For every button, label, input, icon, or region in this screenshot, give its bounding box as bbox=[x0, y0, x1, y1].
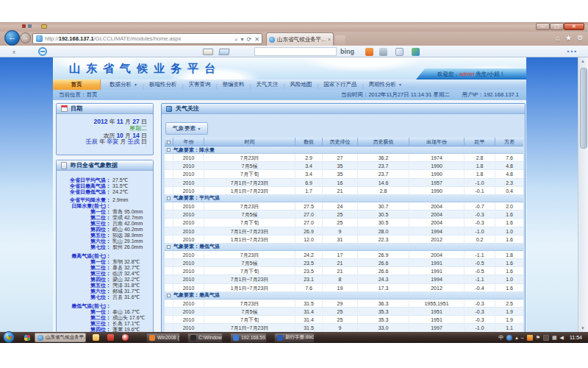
mail-icon[interactable] bbox=[203, 49, 213, 55]
taskbar-button-2[interactable]: 192.168.59.99... bbox=[230, 333, 267, 342]
toolbar-blocked-icon[interactable] bbox=[38, 47, 47, 56]
tab-close-icon[interactable]: × bbox=[328, 37, 331, 42]
send-mail-icon[interactable] bbox=[218, 49, 229, 55]
table-row[interactable]: 20107月1日~7月23日23.1824.31994-1.11.0 bbox=[165, 275, 523, 283]
table-row[interactable]: 20107月23日24.21726.92004-1.11.8 bbox=[165, 251, 523, 259]
taskbar-button-3[interactable]: 新行手册.docx ... bbox=[274, 333, 315, 342]
table-group-header[interactable]: 气象要素：最低气温 bbox=[165, 244, 523, 251]
start-button[interactable] bbox=[3, 331, 15, 343]
refresh-icon[interactable]: ⟳ bbox=[247, 36, 252, 43]
select-all-checkbox[interactable] bbox=[167, 141, 171, 144]
toolbar-addon-icon[interactable] bbox=[365, 48, 373, 56]
group-checkbox[interactable] bbox=[167, 148, 171, 152]
table-group-header[interactable]: 气象要素：降水量 bbox=[165, 146, 523, 154]
table-group-header[interactable]: 气象要素：最高气温 bbox=[165, 292, 523, 300]
nav-item-5[interactable]: 天气关注| bbox=[250, 81, 284, 88]
home-icon[interactable]: ⌂ bbox=[556, 34, 560, 42]
browser-titlebar[interactable]: — ▢ ✕ bbox=[0, 22, 588, 32]
nav-item-0[interactable]: 首页 bbox=[53, 79, 101, 90]
nav-item-3[interactable]: 灾害查询| bbox=[182, 81, 216, 88]
table-row[interactable]: 20107月23日31.52936.31955,1951-0.32.5 bbox=[165, 300, 523, 308]
column-header-4[interactable]: 历史排位 bbox=[323, 138, 358, 146]
taskbar-ie-button[interactable]: 山东省气候业务平... bbox=[35, 333, 86, 342]
table-row[interactable]: 20107月下旬27.02530.52004-0.31.6 bbox=[165, 219, 523, 227]
column-header-8[interactable]: 方差 bbox=[495, 138, 523, 146]
tools-gear-icon[interactable]: ⚙ bbox=[577, 34, 584, 42]
autocomplete-dropdown-icon[interactable]: ▾ bbox=[241, 36, 244, 43]
table-row[interactable]: 20107月5候23.52126.61991-0.51.6 bbox=[165, 259, 523, 267]
table-row[interactable]: 20101月1日~7月23日12.03122.320120.21.6 bbox=[165, 236, 523, 244]
taskbar-clock[interactable]: 11:54 bbox=[570, 335, 582, 340]
toolbar-close-icon[interactable]: x bbox=[12, 49, 15, 55]
tray-up-arrow-icon[interactable]: ▴ bbox=[515, 334, 518, 341]
element-filter-button[interactable]: 气象要素▼ bbox=[165, 122, 208, 135]
maximize-button[interactable]: ▢ bbox=[550, 23, 564, 30]
column-header-2[interactable]: 时间 bbox=[204, 138, 295, 146]
url-text[interactable]: http://192.168.137.1/GLCCLIMATE/modules/… bbox=[45, 35, 262, 42]
table-row[interactable]: 20107月23日2.92736.219742.87.6 bbox=[165, 154, 523, 162]
new-tab-button[interactable] bbox=[335, 35, 345, 46]
nav-item-2[interactable]: 极端性分析| bbox=[143, 81, 183, 88]
close-button[interactable]: ✕ bbox=[564, 23, 584, 30]
stop-icon[interactable]: ✕ bbox=[254, 36, 259, 43]
scroll-up-icon[interactable]: ▲ bbox=[581, 59, 585, 63]
tray-flag-icon[interactable]: ⚑ bbox=[536, 334, 540, 341]
search-icon[interactable]: ⌕ bbox=[234, 36, 237, 43]
column-header-6[interactable]: 出现年份 bbox=[409, 138, 465, 146]
group-checkbox[interactable] bbox=[167, 294, 171, 297]
table-row[interactable]: 20101月1日~7月23日1.7212.81990-0.10.4 bbox=[165, 187, 523, 195]
column-header-3[interactable]: 数值 bbox=[295, 138, 323, 146]
tray-blue-icon[interactable] bbox=[506, 335, 512, 341]
table-row[interactable]: 20101月1日~7月23日7.61917.32012-0.41.6 bbox=[165, 284, 523, 292]
nav-item-7[interactable]: 国家下行产品| bbox=[318, 81, 362, 88]
table-group-header[interactable]: 气象要素：平均气温 bbox=[165, 195, 523, 202]
scroll-down-icon[interactable]: ▼ bbox=[581, 326, 585, 330]
toolbar-search-input[interactable] bbox=[254, 47, 337, 56]
nav-item-1[interactable]: 数据分析▼| bbox=[104, 81, 143, 88]
column-header-5[interactable]: 历史极值 bbox=[358, 138, 409, 146]
forward-button[interactable]: → bbox=[20, 32, 31, 43]
select-all-header[interactable] bbox=[165, 138, 173, 146]
tray-dash-icon[interactable]: – bbox=[521, 334, 524, 341]
round-app-icon[interactable] bbox=[122, 334, 129, 341]
group-checkbox[interactable] bbox=[167, 245, 171, 249]
table-row[interactable]: 20107月下旬31.42535.31951-0.31.9 bbox=[165, 316, 523, 324]
explorer-folder-icon[interactable] bbox=[93, 334, 99, 341]
table-row[interactable]: 20107月1日~7月23日6.91614.61957-1.02.3 bbox=[165, 179, 523, 187]
column-header-7[interactable]: 距平 bbox=[465, 138, 495, 146]
group-checkbox[interactable] bbox=[167, 197, 171, 200]
network-icon[interactable]: ▦ bbox=[552, 334, 557, 341]
red-app-icon[interactable] bbox=[107, 334, 114, 341]
browser-tab[interactable]: 山东省气候业务平... × bbox=[266, 32, 334, 46]
table-row[interactable]: 20107月1日~7月23日26.9928.01994-1.01.0 bbox=[165, 227, 523, 236]
scrollbar-thumb[interactable] bbox=[580, 68, 587, 149]
table-row[interactable]: 20107月5候27.02530.52004-0.31.6 bbox=[165, 210, 523, 219]
quicklaunch-icon[interactable] bbox=[24, 335, 30, 341]
taskbar-button-0[interactable]: Win2008 (VS2... bbox=[146, 333, 180, 342]
bing-logo[interactable]: bing bbox=[340, 48, 354, 55]
table-row[interactable]: 20107月23日27.52430.72004-0.72.0 bbox=[165, 202, 523, 210]
table-row[interactable]: 20107月1日~7月23日31.5933.01997-1.01.1 bbox=[165, 324, 523, 332]
table-row[interactable]: 20107月下旬3.43523.719901.84.8 bbox=[165, 170, 523, 178]
nav-item-4[interactable]: 整编资料| bbox=[216, 81, 250, 88]
nav-item-8[interactable]: 周期性分析▼ bbox=[362, 81, 407, 88]
address-bar[interactable]: http://192.168.137.1/GLCCLIMATE/modules/… bbox=[32, 33, 262, 44]
nav-item-6[interactable]: 风险地图| bbox=[284, 81, 318, 88]
speaker-icon[interactable]: ◀ bbox=[560, 334, 564, 341]
table-row[interactable]: 20107月5候3.43523.719901.84.8 bbox=[165, 162, 523, 170]
toolbar-person-icon[interactable] bbox=[395, 48, 404, 56]
taskbar-button-1[interactable]: C:\Windows\s... bbox=[187, 333, 223, 342]
tray-flame-icon[interactable] bbox=[527, 335, 533, 341]
toolbar-camera-icon[interactable] bbox=[379, 48, 387, 56]
minimize-button[interactable]: — bbox=[536, 23, 550, 30]
ime-indicator[interactable]: 中 bbox=[498, 334, 503, 341]
favorites-star-icon[interactable]: ★ bbox=[565, 34, 572, 42]
table-row[interactable]: 20107月5候31.42535.31951-0.31.9 bbox=[165, 308, 523, 316]
table-row[interactable]: 20107月下旬23.52126.61991-0.51.6 bbox=[165, 267, 523, 275]
toolbar-more-icon[interactable]: ••• bbox=[567, 48, 578, 54]
back-button[interactable]: ← bbox=[4, 30, 20, 46]
tray-dark-icon[interactable] bbox=[543, 335, 549, 341]
column-header-1[interactable]: 年份 bbox=[173, 138, 204, 146]
page-scrollbar[interactable]: ▲ ▼ bbox=[578, 57, 588, 332]
toolbar-grid-icon[interactable] bbox=[412, 48, 420, 56]
